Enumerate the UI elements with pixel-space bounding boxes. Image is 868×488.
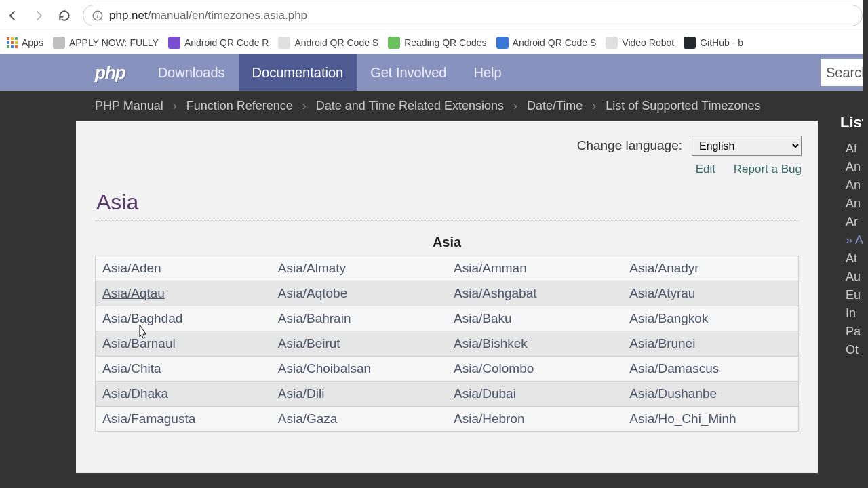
php-logo[interactable]: php	[95, 62, 125, 83]
window-scrollbar[interactable]	[863, 0, 868, 488]
timezone-cell[interactable]: Asia/Barnaul	[96, 331, 271, 357]
timezone-cell[interactable]: Asia/Atyrau	[623, 281, 798, 306]
reload-button[interactable]	[57, 8, 72, 23]
timezone-cell[interactable]: Asia/Amman	[447, 256, 623, 281]
timezone-cell[interactable]: Asia/Gaza	[271, 407, 447, 432]
chevron-right-icon: ›	[513, 99, 517, 113]
content-card: Change language: English Edit Report a B…	[76, 121, 818, 473]
bookmark-item[interactable]: Android QR Code S	[278, 37, 378, 49]
table-caption: Asia	[76, 235, 818, 250]
bookmark-icon	[168, 37, 180, 49]
bookmark-icon	[53, 37, 65, 49]
timezone-cell[interactable]: Asia/Choibalsan	[271, 357, 447, 382]
bookmark-icon	[496, 37, 509, 49]
nav-item[interactable]: Downloads	[144, 54, 239, 91]
timezone-cell[interactable]: Asia/Dili	[271, 382, 447, 407]
timezone-cell[interactable]: Asia/Ho_Chi_Minh	[623, 407, 798, 432]
chevron-right-icon: ›	[173, 99, 177, 113]
bookmark-label: GitHub - b	[700, 37, 743, 48]
bookmark-icon	[278, 37, 290, 49]
bookmark-item[interactable]: Reading QR Codes	[388, 37, 486, 49]
table-row: Asia/BaghdadAsia/BahrainAsia/BakuAsia/Ba…	[96, 306, 799, 331]
url-host: php.net	[109, 9, 148, 22]
breadcrumb: PHP Manual›Function Reference›Date and T…	[0, 91, 868, 121]
timezone-cell[interactable]: Asia/Famagusta	[96, 407, 271, 432]
bookmark-item[interactable]: GitHub - b	[684, 37, 743, 49]
timezone-cell[interactable]: Asia/Damascus	[623, 357, 798, 382]
table-row: Asia/AdenAsia/AlmatyAsia/AmmanAsia/Anady…	[96, 256, 799, 281]
timezone-cell[interactable]: Asia/Beirut	[271, 331, 447, 357]
bookmark-label: Android QR Code S	[294, 37, 378, 48]
divider	[95, 220, 799, 221]
timezone-cell[interactable]: Asia/Colombo	[447, 357, 623, 382]
timezone-table: Asia/AdenAsia/AlmatyAsia/AmmanAsia/Anady…	[95, 256, 799, 432]
table-row: Asia/ChitaAsia/ChoibalsanAsia/ColomboAsi…	[96, 357, 799, 382]
timezone-cell[interactable]: Asia/Dubai	[447, 382, 623, 407]
timezone-cell[interactable]: Asia/Chita	[96, 357, 271, 382]
timezone-cell[interactable]: Asia/Almaty	[271, 256, 447, 281]
bookmark-item[interactable]: Apps	[7, 37, 43, 48]
bookmark-label: Android QR Code S	[513, 37, 597, 48]
bookmark-label: Apps	[22, 37, 43, 48]
breadcrumb-item[interactable]: List of Supported Timezones	[606, 99, 760, 113]
nav-item[interactable]: Help	[460, 54, 515, 91]
nav-item[interactable]: Documentation	[239, 54, 357, 91]
breadcrumb-item[interactable]: Date and Time Related Extensions	[316, 99, 504, 113]
breadcrumb-item[interactable]: PHP Manual	[95, 99, 163, 113]
table-row: Asia/AqtauAsia/AqtobeAsia/AshgabatAsia/A…	[96, 281, 799, 306]
bookmark-item[interactable]: Android QR Code S	[496, 37, 597, 49]
bookmark-icon	[7, 37, 18, 48]
timezone-cell[interactable]: Asia/Baghdad	[96, 306, 271, 331]
chevron-right-icon: ›	[302, 99, 307, 113]
page-body: PHP Manual›Function Reference›Date and T…	[0, 91, 868, 488]
timezone-cell[interactable]: Asia/Aden	[96, 256, 271, 281]
chevron-right-icon: ›	[592, 99, 596, 113]
timezone-cell[interactable]: Asia/Bahrain	[271, 306, 447, 331]
bookmark-icon	[606, 37, 618, 49]
bookmark-icon	[388, 37, 400, 49]
page-title: Asia	[96, 190, 818, 215]
bookmark-label: APPLY NOW: FULLY	[69, 37, 159, 48]
timezone-cell[interactable]: Asia/Hebron	[447, 407, 623, 432]
nav-item[interactable]: Get Involved	[357, 54, 460, 91]
bookmark-item[interactable]: Video Robot	[606, 37, 674, 49]
timezone-cell[interactable]: Asia/Bishkek	[447, 331, 623, 357]
breadcrumb-item[interactable]: Date/Time	[527, 99, 583, 113]
bookmark-icon	[684, 37, 696, 49]
bookmark-item[interactable]: Android QR Code R	[168, 37, 269, 49]
timezone-cell[interactable]: Asia/Brunei	[623, 331, 798, 357]
bookmark-item[interactable]: APPLY NOW: FULLY	[53, 37, 159, 49]
change-language-label: Change language:	[577, 138, 682, 153]
report-bug-link[interactable]: Report a Bug	[734, 163, 802, 176]
bookmarks-bar: AppsAPPLY NOW: FULLYAndroid QR Code RAnd…	[0, 31, 868, 54]
timezone-cell[interactable]: Asia/Aqtau	[96, 281, 271, 306]
bookmark-label: Reading QR Codes	[404, 37, 486, 48]
timezone-cell[interactable]: Asia/Baku	[447, 306, 623, 331]
address-bar[interactable]: php.net/manual/en/timezones.asia.php	[83, 5, 863, 26]
forward-button[interactable]	[31, 8, 46, 23]
timezone-cell[interactable]: Asia/Dhaka	[96, 382, 271, 407]
info-icon	[92, 9, 104, 22]
bookmark-label: Android QR Code R	[184, 37, 269, 48]
bookmark-label: Video Robot	[622, 37, 674, 48]
timezone-cell[interactable]: Asia/Ashgabat	[447, 281, 623, 306]
url-path: /manual/en/timezones.asia.php	[148, 9, 307, 22]
timezone-cell[interactable]: Asia/Bangkok	[623, 306, 798, 331]
back-button[interactable]	[5, 8, 20, 23]
edit-link[interactable]: Edit	[696, 163, 715, 176]
timezone-cell[interactable]: Asia/Aqtobe	[271, 281, 447, 306]
timezone-cell[interactable]: Asia/Dushanbe	[623, 382, 798, 407]
search-input[interactable]: Search	[821, 59, 868, 86]
breadcrumb-item[interactable]: Function Reference	[186, 99, 293, 113]
browser-toolbar: php.net/manual/en/timezones.asia.php	[0, 0, 868, 31]
timezone-cell[interactable]: Asia/Anadyr	[623, 256, 798, 281]
table-row: Asia/DhakaAsia/DiliAsia/DubaiAsia/Dushan…	[96, 382, 799, 407]
language-select[interactable]: English	[692, 136, 802, 156]
site-nav: php DownloadsDocumentationGet InvolvedHe…	[0, 54, 868, 91]
table-row: Asia/BarnaulAsia/BeirutAsia/BishkekAsia/…	[96, 331, 799, 357]
table-row: Asia/FamagustaAsia/GazaAsia/HebronAsia/H…	[96, 407, 799, 432]
